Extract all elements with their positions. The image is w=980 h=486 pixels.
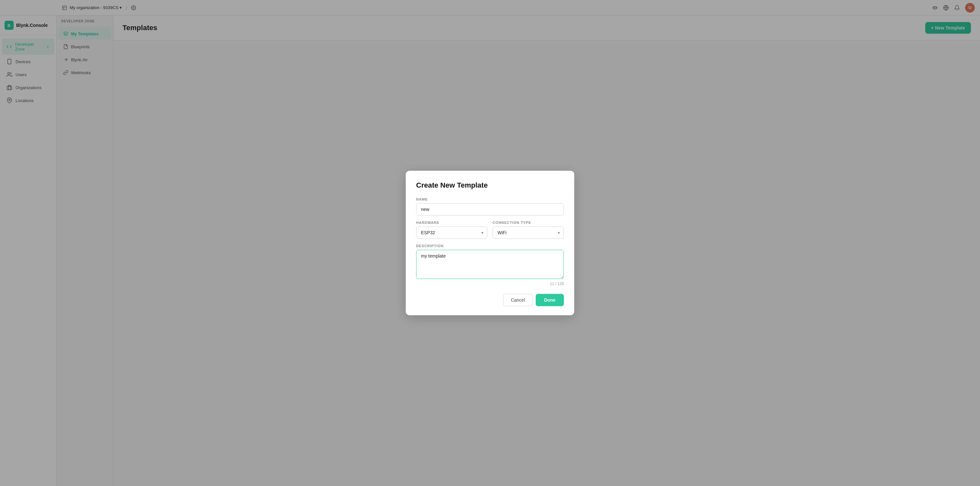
- hardware-select[interactable]: ESP32 ESP8266 Raspberry Pi Arduino Other: [416, 227, 487, 239]
- create-template-modal: Create New Template NAME HARDWARE ESP32 …: [406, 171, 574, 315]
- modal-footer: Cancel Done: [416, 294, 564, 306]
- char-count: 11 / 128: [416, 281, 564, 286]
- name-label: NAME: [416, 197, 564, 201]
- description-field-group: DESCRIPTION 11 / 128: [416, 244, 564, 286]
- hardware-field-group: HARDWARE ESP32 ESP8266 Raspberry Pi Ardu…: [416, 221, 487, 239]
- name-field-group: NAME: [416, 197, 564, 216]
- cancel-label: Cancel: [511, 297, 525, 303]
- connection-select-wrapper: WiFi Ethernet Cellular Bluetooth: [493, 227, 564, 239]
- connection-label: CONNECTION TYPE: [493, 221, 564, 224]
- modal-backdrop: Create New Template NAME HARDWARE ESP32 …: [0, 0, 980, 486]
- modal-title: Create New Template: [416, 181, 564, 189]
- hardware-connection-row: HARDWARE ESP32 ESP8266 Raspberry Pi Ardu…: [416, 221, 564, 239]
- description-textarea[interactable]: [416, 250, 564, 279]
- hardware-label: HARDWARE: [416, 221, 487, 224]
- connection-select[interactable]: WiFi Ethernet Cellular Bluetooth: [493, 227, 564, 239]
- name-input[interactable]: [416, 203, 564, 216]
- done-label: Done: [544, 297, 555, 303]
- description-label: DESCRIPTION: [416, 244, 564, 248]
- connection-field-group: CONNECTION TYPE WiFi Ethernet Cellular B…: [493, 221, 564, 239]
- done-button[interactable]: Done: [536, 294, 564, 306]
- cancel-button[interactable]: Cancel: [503, 294, 533, 306]
- hardware-select-wrapper: ESP32 ESP8266 Raspberry Pi Arduino Other: [416, 227, 487, 239]
